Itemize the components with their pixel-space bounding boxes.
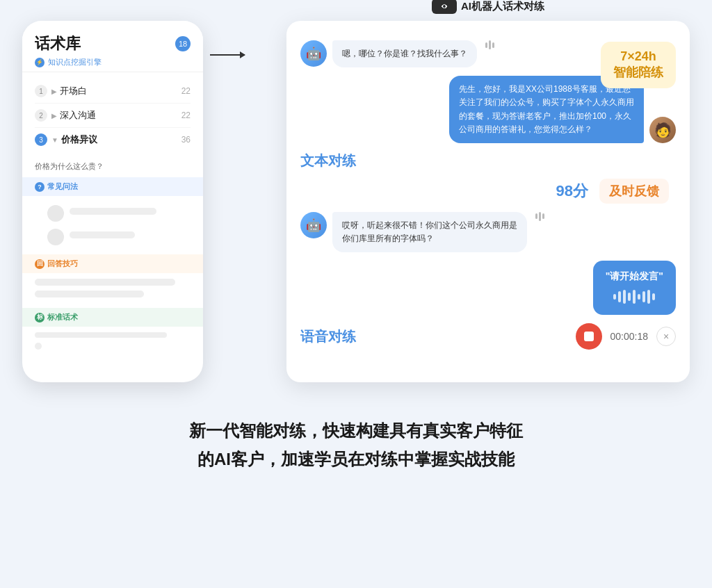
arrow-connector-area [217,21,273,59]
wave-6 [542,213,544,219]
vwave-5 [633,290,636,304]
vwave-3 [623,290,626,304]
panel-subtitle: ⚡ 知识点挖掘引擎 [35,57,191,67]
message-bot-2: 🤖 哎呀，听起来很不错！你们这个公司永久商用是你们库里所有的字体吗？ [300,212,676,252]
user-avatar-1: 🧑 [649,117,676,143]
skeleton-person-2 [35,225,191,249]
skeleton-line-2a [70,231,135,238]
vwave-9 [652,293,655,300]
phone-header: 话术库 ⚡ 知识点挖掘引擎 18 [22,21,203,72]
arrow-wrapper [210,54,245,56]
skeleton-line-1a [70,208,156,215]
section-icon-blue: ? [35,182,44,192]
panel-title: 话术库 [35,33,191,54]
nav-label-3: 价格异议 [61,133,179,146]
main-content: 话术库 ⚡ 知识点挖掘引擎 18 1 ▶ 开场白 22 2 ▶ 深入沟通 22 [22,21,690,382]
nav-num-3: 3 [35,133,47,146]
vwave-6 [638,294,640,300]
voice-bubble: "请开始发言" [593,261,676,315]
section-standard: 标 标准话术 [22,308,203,327]
bubble-bot-2: 哎呀，听起来很不错！你们这个公司永久商用是你们库里所有的字体吗？ [332,212,527,252]
nav-count-2: 22 [181,111,191,120]
section-icon-orange: 回 [35,259,44,269]
tag-wenben: 文本对练 [300,152,356,170]
vwave-1 [613,294,616,300]
bottom-line-1: 新一代智能对练，快速构建具有真实客户特征 [189,417,523,446]
nav-arrow-3: ▼ [51,136,58,144]
section-label-tips: 回答技巧 [47,259,78,269]
tag-wenben-row: 文本对练 [300,152,676,170]
timer-display: 00:00:18 [610,331,649,342]
skeleton-line-s1 [35,332,167,338]
user-text-1: 先生，您好，我是XX公司1988号客服，最近您关注了我们的公众号，购买了字体个人… [459,84,634,134]
nav-count-1: 22 [181,86,191,96]
skeleton-dot [35,343,42,350]
skeleton-common [22,196,203,254]
sound-icon-1 [485,40,494,49]
nav-arrow-2: ▶ [51,112,57,120]
stop-icon [584,332,594,341]
skeleton-avatar-1 [47,205,64,222]
ai-icon-text: 👁‍🗨 [441,3,448,10]
record-stop-button[interactable] [576,323,602,350]
voice-wave [606,288,663,305]
nav-arrow-1: ▶ [51,88,57,95]
phone-mockup: 话术库 ⚡ 知识点挖掘引擎 18 1 ▶ 开场白 22 2 ▶ 深入沟通 22 [22,21,203,382]
nav-item-2[interactable]: 2 ▶ 深入沟通 22 [35,104,191,128]
nav-label-1: 开场白 [60,85,179,97]
nav-num-1: 1 [35,85,47,97]
nav-list: 1 ▶ 开场白 22 2 ▶ 深入沟通 22 3 ▼ 价格异议 36 [22,72,203,158]
wave-4 [535,213,537,219]
skeleton-text-1 [70,208,178,220]
ai-icon: 👁‍🗨 [432,0,457,14]
wave-5 [539,212,541,221]
vwave-2 [618,291,621,302]
tag-jishi: 及时反馈 [599,179,669,204]
wave-3 [492,42,494,48]
vwave-4 [628,293,631,301]
section-tips: 回 回答技巧 [22,254,203,273]
wave-1 [485,42,487,48]
skeleton-tips [22,273,203,308]
subtitle-text: 知识点挖掘引擎 [48,57,102,67]
section-icon-green: 标 [35,313,44,322]
voice-controls-row: 语音对练 00:00:18 × [300,323,676,350]
section-label-common: 常见问法 [47,181,78,192]
arrowhead [240,51,245,58]
nav-label-2: 深入沟通 [60,109,179,122]
sound-icon-2 [535,212,544,221]
wave-2 [489,40,491,49]
subtitle-icon: ⚡ [35,58,44,67]
skeleton-line-t1 [35,279,175,286]
nav-item-1[interactable]: 1 ▶ 开场白 22 [35,79,191,104]
close-button[interactable]: × [656,327,676,346]
tag-7x24-text: 7×24h 智能陪练 [613,49,663,81]
bot-avatar-2: 🤖 [300,212,327,238]
user-avatar-img: 🧑 [649,117,676,143]
nav-num-2: 2 [35,109,47,122]
nav-item-3[interactable]: 3 ▼ 价格异议 36 [35,128,191,152]
section-label-standard: 标准话术 [47,312,78,322]
voice-bubble-row: "请开始发言" [300,261,676,315]
tag-score: 98分 [556,181,588,202]
bottom-line-2: 的AI客户，加速学员在对练中掌握实战技能 [189,446,523,474]
skeleton-standard [22,327,203,355]
skeleton-text-2 [70,231,178,243]
price-question: 价格为什么这么贵？ [22,158,203,177]
arrow-line [210,54,245,56]
arrow-label-text: AI机器人话术对练 [461,0,544,13]
bottom-section: 新一代智能对练，快速构建具有真实客户特征 的AI客户，加速学员在对练中掌握实战技… [189,417,523,474]
tag-yuyin: 语音对练 [300,327,356,346]
score-row: 98分 及时反馈 [300,179,669,204]
nav-count-3: 36 [181,135,191,145]
bot-avatar-1: 🤖 [300,40,327,67]
vwave-8 [647,290,650,304]
badge-count: 18 [175,36,191,51]
skeleton-person-1 [35,202,191,225]
voice-start-text: "请开始发言" [606,270,663,283]
skeleton-line-t2 [35,291,144,297]
bot-text-1: 嗯，哪位？你是谁？找我什么事？ [342,49,467,58]
voice-controls: 00:00:18 × [576,323,677,350]
ai-label-area: 👁‍🗨 AI机器人话术对练 [432,0,544,14]
bot-text-2: 哎呀，听起来很不错！你们这个公司永久商用是你们库里所有的字体吗？ [342,220,517,243]
